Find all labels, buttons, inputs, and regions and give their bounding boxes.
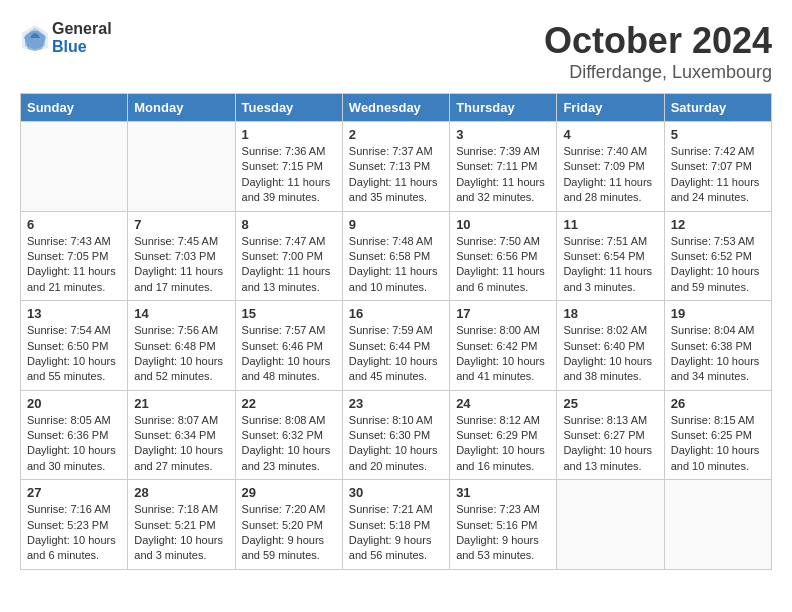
header-tuesday: Tuesday — [235, 94, 342, 122]
day-number: 21 — [134, 396, 228, 411]
page-header: General Blue October 2024 Differdange, L… — [20, 20, 772, 83]
day-info: Sunrise: 7:18 AMSunset: 5:21 PMDaylight:… — [134, 502, 228, 564]
day-info: Sunrise: 7:21 AMSunset: 5:18 PMDaylight:… — [349, 502, 443, 564]
day-number: 23 — [349, 396, 443, 411]
day-number: 2 — [349, 127, 443, 142]
day-cell: 23Sunrise: 8:10 AMSunset: 6:30 PMDayligh… — [342, 390, 449, 480]
day-number: 6 — [27, 217, 121, 232]
day-cell: 25Sunrise: 8:13 AMSunset: 6:27 PMDayligh… — [557, 390, 664, 480]
day-info: Sunrise: 8:07 AMSunset: 6:34 PMDaylight:… — [134, 413, 228, 475]
header-wednesday: Wednesday — [342, 94, 449, 122]
day-number: 28 — [134, 485, 228, 500]
day-cell: 30Sunrise: 7:21 AMSunset: 5:18 PMDayligh… — [342, 480, 449, 570]
logo: General Blue — [20, 20, 112, 56]
day-info: Sunrise: 7:20 AMSunset: 5:20 PMDaylight:… — [242, 502, 336, 564]
day-number: 10 — [456, 217, 550, 232]
day-cell: 18Sunrise: 8:02 AMSunset: 6:40 PMDayligh… — [557, 301, 664, 391]
day-info: Sunrise: 7:51 AMSunset: 6:54 PMDaylight:… — [563, 234, 657, 296]
week-row-2: 13Sunrise: 7:54 AMSunset: 6:50 PMDayligh… — [21, 301, 772, 391]
day-cell — [664, 480, 771, 570]
logo-blue: Blue — [52, 38, 87, 55]
day-number: 8 — [242, 217, 336, 232]
logo-icon — [20, 23, 50, 53]
day-cell: 19Sunrise: 8:04 AMSunset: 6:38 PMDayligh… — [664, 301, 771, 391]
day-cell: 27Sunrise: 7:16 AMSunset: 5:23 PMDayligh… — [21, 480, 128, 570]
day-info: Sunrise: 7:59 AMSunset: 6:44 PMDaylight:… — [349, 323, 443, 385]
day-cell: 1Sunrise: 7:36 AMSunset: 7:15 PMDaylight… — [235, 122, 342, 212]
day-info: Sunrise: 7:36 AMSunset: 7:15 PMDaylight:… — [242, 144, 336, 206]
day-info: Sunrise: 7:37 AMSunset: 7:13 PMDaylight:… — [349, 144, 443, 206]
day-info: Sunrise: 8:08 AMSunset: 6:32 PMDaylight:… — [242, 413, 336, 475]
day-cell: 9Sunrise: 7:48 AMSunset: 6:58 PMDaylight… — [342, 211, 449, 301]
day-info: Sunrise: 8:15 AMSunset: 6:25 PMDaylight:… — [671, 413, 765, 475]
day-cell: 21Sunrise: 8:07 AMSunset: 6:34 PMDayligh… — [128, 390, 235, 480]
day-cell: 12Sunrise: 7:53 AMSunset: 6:52 PMDayligh… — [664, 211, 771, 301]
day-cell: 24Sunrise: 8:12 AMSunset: 6:29 PMDayligh… — [450, 390, 557, 480]
day-info: Sunrise: 7:56 AMSunset: 6:48 PMDaylight:… — [134, 323, 228, 385]
day-cell: 8Sunrise: 7:47 AMSunset: 7:00 PMDaylight… — [235, 211, 342, 301]
day-info: Sunrise: 7:47 AMSunset: 7:00 PMDaylight:… — [242, 234, 336, 296]
day-number: 16 — [349, 306, 443, 321]
day-number: 14 — [134, 306, 228, 321]
day-cell: 3Sunrise: 7:39 AMSunset: 7:11 PMDaylight… — [450, 122, 557, 212]
day-number: 13 — [27, 306, 121, 321]
day-cell: 15Sunrise: 7:57 AMSunset: 6:46 PMDayligh… — [235, 301, 342, 391]
day-info: Sunrise: 7:48 AMSunset: 6:58 PMDaylight:… — [349, 234, 443, 296]
day-cell: 20Sunrise: 8:05 AMSunset: 6:36 PMDayligh… — [21, 390, 128, 480]
day-cell: 5Sunrise: 7:42 AMSunset: 7:07 PMDaylight… — [664, 122, 771, 212]
day-cell: 16Sunrise: 7:59 AMSunset: 6:44 PMDayligh… — [342, 301, 449, 391]
day-cell: 13Sunrise: 7:54 AMSunset: 6:50 PMDayligh… — [21, 301, 128, 391]
day-cell — [21, 122, 128, 212]
day-info: Sunrise: 7:42 AMSunset: 7:07 PMDaylight:… — [671, 144, 765, 206]
day-info: Sunrise: 7:45 AMSunset: 7:03 PMDaylight:… — [134, 234, 228, 296]
calendar-header-row: Sunday Monday Tuesday Wednesday Thursday… — [21, 94, 772, 122]
week-row-0: 1Sunrise: 7:36 AMSunset: 7:15 PMDaylight… — [21, 122, 772, 212]
logo-general: General — [52, 20, 112, 37]
day-number: 9 — [349, 217, 443, 232]
header-thursday: Thursday — [450, 94, 557, 122]
day-cell: 14Sunrise: 7:56 AMSunset: 6:48 PMDayligh… — [128, 301, 235, 391]
day-number: 31 — [456, 485, 550, 500]
day-cell: 2Sunrise: 7:37 AMSunset: 7:13 PMDaylight… — [342, 122, 449, 212]
day-number: 3 — [456, 127, 550, 142]
day-info: Sunrise: 8:02 AMSunset: 6:40 PMDaylight:… — [563, 323, 657, 385]
day-info: Sunrise: 8:12 AMSunset: 6:29 PMDaylight:… — [456, 413, 550, 475]
day-number: 18 — [563, 306, 657, 321]
day-cell: 31Sunrise: 7:23 AMSunset: 5:16 PMDayligh… — [450, 480, 557, 570]
day-info: Sunrise: 7:43 AMSunset: 7:05 PMDaylight:… — [27, 234, 121, 296]
calendar-title: October 2024 — [544, 20, 772, 62]
day-number: 17 — [456, 306, 550, 321]
day-number: 29 — [242, 485, 336, 500]
day-info: Sunrise: 7:54 AMSunset: 6:50 PMDaylight:… — [27, 323, 121, 385]
day-cell: 26Sunrise: 8:15 AMSunset: 6:25 PMDayligh… — [664, 390, 771, 480]
day-cell: 29Sunrise: 7:20 AMSunset: 5:20 PMDayligh… — [235, 480, 342, 570]
day-number: 11 — [563, 217, 657, 232]
day-number: 15 — [242, 306, 336, 321]
day-cell: 22Sunrise: 8:08 AMSunset: 6:32 PMDayligh… — [235, 390, 342, 480]
week-row-1: 6Sunrise: 7:43 AMSunset: 7:05 PMDaylight… — [21, 211, 772, 301]
day-info: Sunrise: 8:00 AMSunset: 6:42 PMDaylight:… — [456, 323, 550, 385]
day-number: 20 — [27, 396, 121, 411]
day-info: Sunrise: 8:10 AMSunset: 6:30 PMDaylight:… — [349, 413, 443, 475]
day-cell: 11Sunrise: 7:51 AMSunset: 6:54 PMDayligh… — [557, 211, 664, 301]
header-saturday: Saturday — [664, 94, 771, 122]
day-number: 22 — [242, 396, 336, 411]
day-number: 26 — [671, 396, 765, 411]
day-info: Sunrise: 7:57 AMSunset: 6:46 PMDaylight:… — [242, 323, 336, 385]
day-info: Sunrise: 7:53 AMSunset: 6:52 PMDaylight:… — [671, 234, 765, 296]
day-number: 5 — [671, 127, 765, 142]
day-number: 25 — [563, 396, 657, 411]
day-cell: 10Sunrise: 7:50 AMSunset: 6:56 PMDayligh… — [450, 211, 557, 301]
day-cell: 6Sunrise: 7:43 AMSunset: 7:05 PMDaylight… — [21, 211, 128, 301]
day-cell: 4Sunrise: 7:40 AMSunset: 7:09 PMDaylight… — [557, 122, 664, 212]
day-number: 19 — [671, 306, 765, 321]
day-info: Sunrise: 8:13 AMSunset: 6:27 PMDaylight:… — [563, 413, 657, 475]
day-info: Sunrise: 8:05 AMSunset: 6:36 PMDaylight:… — [27, 413, 121, 475]
day-cell — [557, 480, 664, 570]
day-number: 12 — [671, 217, 765, 232]
day-info: Sunrise: 7:23 AMSunset: 5:16 PMDaylight:… — [456, 502, 550, 564]
day-info: Sunrise: 8:04 AMSunset: 6:38 PMDaylight:… — [671, 323, 765, 385]
day-number: 7 — [134, 217, 228, 232]
day-number: 24 — [456, 396, 550, 411]
day-cell: 17Sunrise: 8:00 AMSunset: 6:42 PMDayligh… — [450, 301, 557, 391]
